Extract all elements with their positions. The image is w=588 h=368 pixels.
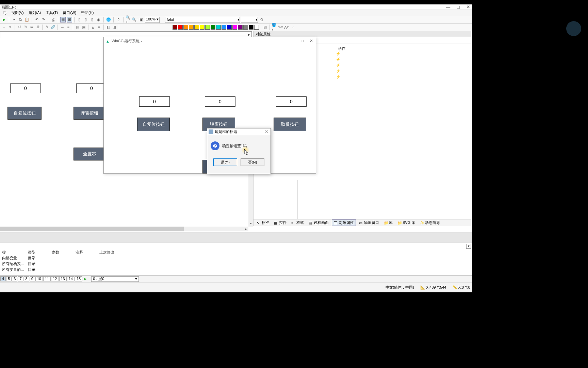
col-comment[interactable]: 注释 [74,249,97,255]
style-icon[interactable]: ≡ [66,25,71,30]
color-swatch[interactable] [222,25,226,30]
layer-num[interactable]: 15 [75,276,82,281]
paste-icon[interactable]: 📋 [24,17,30,22]
layer-num[interactable]: 4 [0,276,6,281]
rotate-right-icon[interactable]: ↻ [23,25,28,30]
undo-icon[interactable]: ↶ [34,17,39,22]
color-swatch[interactable] [211,25,215,30]
rotate-left-icon[interactable]: ↺ [17,25,22,30]
table-row[interactable]: 内部变量目录 [0,255,121,261]
brush-icon[interactable]: ✎ [44,25,50,30]
color-swatch[interactable] [200,25,205,30]
maximize-icon[interactable]: □ [457,4,460,10]
align-left-icon[interactable]: ▯ [77,17,82,22]
menu-view[interactable]: 视图(V) [9,10,26,16]
col-params[interactable]: 参数 [50,249,74,255]
run-icon[interactable]: ▶ [1,17,7,22]
col-modified[interactable]: 上次修改 [97,249,121,255]
col-name[interactable]: 称 [0,249,26,255]
layer-icon[interactable]: ▤ [75,25,80,30]
color-swatch[interactable] [194,25,199,30]
close-icon[interactable]: ✕ [310,39,313,43]
front-icon[interactable]: ▲ [90,25,96,30]
color-swatch[interactable] [216,25,221,30]
runtime-titlebar[interactable]: ▲ WinCC-运行系统 - — □ ✕ [104,37,316,45]
back-icon[interactable]: ▼ [96,25,102,30]
redo-icon[interactable]: ↷ [40,17,46,22]
self-reset-button[interactable]: 自复位按钮 [7,107,42,120]
help-icon[interactable]: ? [116,17,121,22]
color-swatch[interactable] [254,25,259,30]
layer-num[interactable]: 12 [51,276,59,281]
link-icon[interactable]: 🔗 [50,25,56,30]
close-icon[interactable]: ✕ [467,4,470,10]
color-swatch[interactable] [243,25,248,30]
snap-icon[interactable]: ⊞ [67,17,72,22]
zoom-in-icon[interactable]: 🔍+ [126,17,131,22]
lightning-icon[interactable]: ⚡ [336,63,341,67]
cut-icon[interactable]: ✂ [11,17,17,22]
flip-v-icon[interactable]: ⇵ [35,25,40,30]
layer-num[interactable]: 7 [18,276,23,281]
io-field-2[interactable]: 0 [76,83,107,93]
color-swatch[interactable] [227,25,232,30]
layer-num[interactable]: 8 [24,276,29,281]
io-field-1[interactable]: 0 [10,83,41,93]
color-swatch[interactable] [249,25,254,30]
close-icon[interactable]: ✕ [265,129,268,134]
runtime-io-3[interactable]: 0 [276,96,307,107]
print-icon[interactable]: 🖨 [50,17,56,22]
align-right-icon[interactable]: ▯ [89,17,95,22]
lightning-icon[interactable]: ⚡ [336,57,341,62]
splitter-area[interactable] [0,232,472,243]
pattern-icon[interactable]: ▨ [262,25,268,30]
globe-icon[interactable]: 🌐 [106,17,111,22]
group-icon[interactable]: ▣ [81,25,86,30]
color-swatch[interactable] [232,25,237,30]
layer-combo[interactable]: 0 - 层0▾ [91,276,139,282]
table-row[interactable]: 所有结构实...目录 [0,261,121,267]
tab-library[interactable]: 📁库 [382,220,394,226]
reset-all-button[interactable]: 全置零 [74,148,105,160]
maximize-icon[interactable]: □ [301,39,304,43]
layer-num[interactable]: 5 [6,276,12,281]
flip-h-icon[interactable]: ⇋ [29,25,34,30]
extra-icon-1[interactable]: ◧ [105,25,111,30]
color-swatch[interactable] [189,25,194,30]
minimize-icon[interactable]: — [291,39,295,43]
runtime-io-2[interactable]: 0 [205,96,235,107]
runtime-self-reset-button[interactable]: 自复位按钮 [137,118,170,131]
minimize-icon[interactable]: — [446,4,450,10]
yes-button[interactable]: 是(Y) [213,158,237,166]
color-swatch[interactable] [173,25,177,30]
tool-icon-1[interactable]: ◦ [1,25,7,30]
lightning-icon[interactable]: ⚡ [336,51,341,56]
layer-num[interactable]: 10 [35,276,43,281]
tab-standard[interactable]: ↖标准 [255,220,271,226]
horizontal-scrollbar[interactable]: ▸ [0,227,248,231]
tab-object-props[interactable]: ☰对象属性 [332,219,356,226]
eyedropper-icon[interactable]: ⟋ [290,25,295,30]
lightning-icon[interactable]: ⚡ [336,69,341,73]
zoom-fit-icon[interactable]: ▣ [138,17,144,22]
menu-tools[interactable]: 工具(T) [44,10,60,16]
scroll-right-icon[interactable]: ▸ [244,227,248,231]
no-button[interactable]: 否(N) [241,158,264,166]
tab-dynamic-wizard[interactable]: ✨动态向导 [418,220,442,226]
layer-num[interactable]: 9 [30,276,35,281]
fill-color-icon[interactable]: 🪣▾ [272,25,277,30]
chart-icon[interactable]: ◉ [96,17,101,22]
color-swatch[interactable] [238,25,243,30]
layer-next-icon[interactable]: ▶ [82,277,88,281]
popup-button[interactable]: 弹窗按钮 [74,107,105,120]
layer-num[interactable]: 11 [43,276,51,281]
runtime-io-1[interactable]: 0 [139,96,170,107]
msgbox-titlebar[interactable]: 这是框的标题 ✕ [207,128,271,135]
zoom-out-icon[interactable]: 🔍- [132,17,137,22]
tab-svg-library[interactable]: 📁SVG 库 [396,220,417,226]
tab-process[interactable]: ▤过程画面 [307,220,330,226]
menu-window[interactable]: 窗口(W) [61,10,78,16]
layer-num[interactable]: 14 [67,276,75,281]
menu-arrange[interactable]: 排列(A) [27,10,43,16]
copy-icon[interactable]: ⧉ [18,17,23,22]
